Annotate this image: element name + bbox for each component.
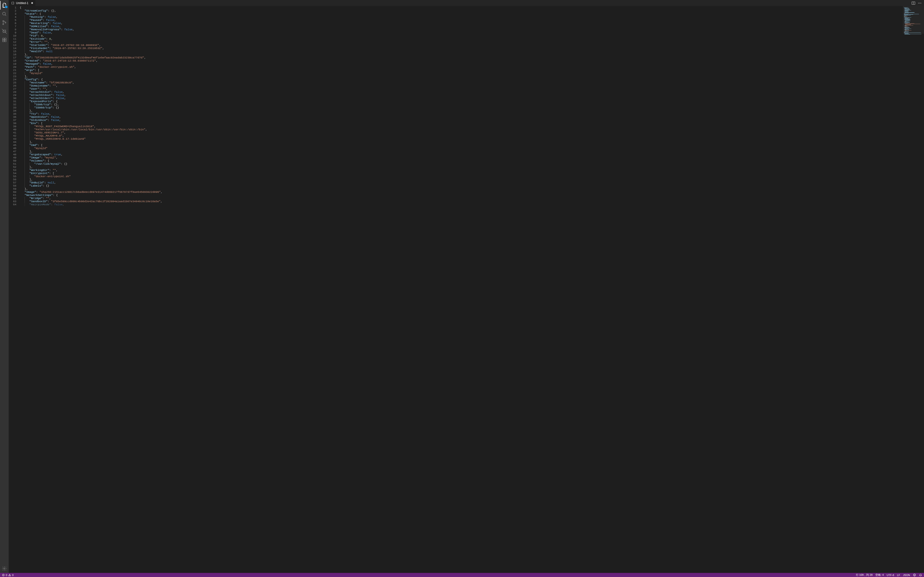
svg-line-10 — [3, 32, 3, 33]
json-lang-icon: {} — [11, 2, 15, 5]
code-content[interactable]: { "StreamConfig": {}, "State": { "Runnin… — [20, 6, 903, 573]
svg-rect-14 — [5, 38, 6, 40]
editor-tabs: {} Untitled-1 — [9, 0, 924, 6]
svg-point-21 — [919, 3, 920, 3]
svg-point-28 — [913, 574, 916, 576]
explorer-badge: 1 — [5, 6, 8, 8]
svg-rect-15 — [3, 40, 4, 42]
activity-settings[interactable] — [0, 564, 9, 573]
search-icon — [2, 11, 7, 16]
status-cursor[interactable]: 行 109，列 28 — [856, 573, 873, 577]
status-notifications[interactable] — [919, 574, 922, 577]
status-bar: 0 0 行 109，列 28 空格: 4 UTF-8 LF JSON — [0, 573, 924, 577]
svg-rect-16 — [5, 40, 6, 42]
svg-point-4 — [5, 22, 6, 23]
status-feedback[interactable] — [913, 574, 916, 577]
extensions-icon — [2, 37, 7, 42]
gear-icon — [2, 566, 7, 571]
minimap[interactable] — [903, 6, 924, 573]
line-number-gutter: 1234567891011121314151617181920212223242… — [9, 6, 20, 573]
svg-point-0 — [3, 12, 5, 15]
activity-explorer[interactable]: 1 — [0, 1, 9, 10]
svg-rect-13 — [3, 38, 4, 40]
status-problems[interactable]: 0 0 — [2, 574, 13, 577]
svg-point-2 — [3, 21, 3, 22]
svg-point-3 — [3, 24, 3, 24]
status-errors-count: 0 — [6, 574, 7, 577]
smiley-icon — [913, 574, 916, 577]
editor-body[interactable]: 1234567891011121314151617181920212223242… — [9, 6, 924, 573]
activity-bar: 1 — [0, 0, 9, 573]
warning-icon — [8, 574, 11, 577]
activity-scm[interactable] — [0, 18, 9, 27]
error-icon — [2, 574, 5, 577]
more-actions-icon[interactable] — [918, 1, 922, 5]
bug-icon — [2, 29, 7, 34]
svg-line-1 — [5, 15, 6, 16]
activity-extensions[interactable] — [0, 35, 9, 44]
svg-line-9 — [5, 30, 6, 31]
tab-dirty-icon — [31, 2, 33, 4]
status-warnings-count: 0 — [12, 574, 13, 577]
status-language[interactable]: JSON — [903, 574, 910, 577]
svg-point-20 — [918, 3, 919, 3]
activity-debug[interactable] — [0, 27, 9, 35]
activity-search[interactable] — [0, 10, 9, 18]
status-eol[interactable]: LF — [897, 574, 900, 577]
svg-point-17 — [3, 568, 5, 569]
status-indent[interactable]: 空格: 4 — [876, 573, 884, 577]
tab-untitled-1[interactable]: {} Untitled-1 — [9, 0, 36, 6]
status-encoding[interactable]: UTF-8 — [887, 574, 894, 577]
source-control-icon — [2, 20, 7, 25]
bell-icon — [919, 574, 922, 577]
tab-filename: Untitled-1 — [16, 2, 28, 5]
svg-point-27 — [10, 575, 10, 576]
svg-point-22 — [921, 3, 921, 3]
split-editor-icon[interactable] — [911, 1, 915, 5]
